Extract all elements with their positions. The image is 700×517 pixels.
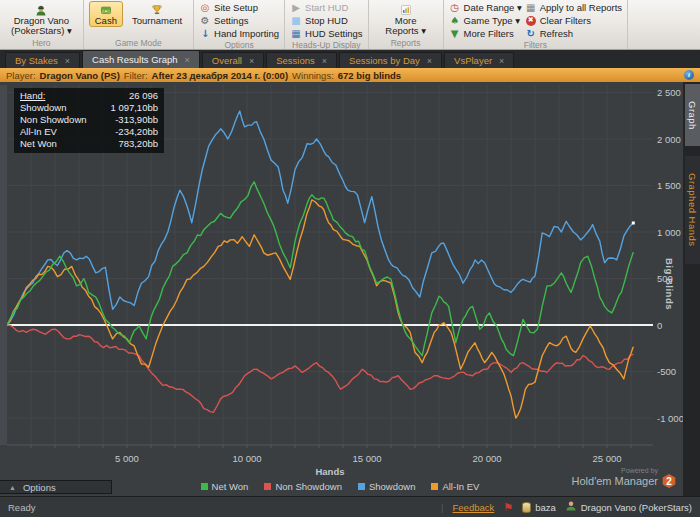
more-filters-button[interactable]: ▼More Filters xyxy=(449,27,522,40)
close-icon[interactable]: × xyxy=(499,56,504,66)
gear-icon: ⚙ xyxy=(199,15,211,27)
hero-site: (PokerStars) ▾ xyxy=(11,26,72,36)
y-axis-title: Big Blinds xyxy=(664,258,675,310)
graph-panel: 2 5002 0001 5001 0005000-500-1 0005 0001… xyxy=(0,82,700,496)
filter-label: Filter: xyxy=(124,70,148,81)
tab-label: Sessions by Day xyxy=(349,55,420,66)
x-tick-label: 5 000 xyxy=(110,453,144,464)
legend-swatch xyxy=(358,483,365,490)
x-tick-label: 25 000 xyxy=(590,453,624,464)
app-window: Dragon Vano(PokerStars) ▾HeroCashTournam… xyxy=(0,0,700,517)
ribbon-group-label: Options xyxy=(199,40,279,50)
settings-button[interactable]: ⚙Settings xyxy=(199,14,279,27)
legend-item-non-showdown[interactable]: Non Showdown xyxy=(264,481,342,492)
feedback-link[interactable]: Feedback xyxy=(453,502,495,513)
legend-label: Non Showdown xyxy=(275,481,342,492)
info-value: 1 097,10bb xyxy=(110,102,158,114)
clear-filters-icon: ✖ xyxy=(526,16,536,26)
ribbon-group-label: Reports xyxy=(374,38,438,49)
x-axis-title: Hands xyxy=(300,466,360,477)
close-icon[interactable]: × xyxy=(427,56,432,66)
divider: | xyxy=(441,502,443,513)
tab-vsplayer[interactable]: VsPlayer× xyxy=(444,52,514,68)
legend-item-net-won[interactable]: Net Won xyxy=(201,481,249,492)
stop-hud-button[interactable]: ■Stop HUD xyxy=(290,14,363,27)
ribbon-group-reports: More Reports ▾Reports xyxy=(369,0,444,49)
powered-by-text: Powered by xyxy=(572,467,676,474)
tab-label: VsPlayer xyxy=(454,55,492,66)
flag-icon[interactable]: ⚑ xyxy=(503,501,513,514)
tab-cash-results-graph[interactable]: Cash Results Graph× xyxy=(82,50,200,68)
series-net-won xyxy=(7,182,633,356)
tab-overall[interactable]: Overall× xyxy=(202,52,264,68)
more-reports-button[interactable]: More Reports ▾ xyxy=(374,1,438,38)
site-setup-button[interactable]: ◎Site Setup xyxy=(199,1,279,14)
hero-selector-button[interactable]: Dragon Vano(PokerStars) ▾ xyxy=(5,1,78,38)
close-icon[interactable]: × xyxy=(322,56,327,66)
player-name: Dragon Vano (PokerStars) xyxy=(581,502,692,513)
legend-item-showdown[interactable]: Showdown xyxy=(358,481,415,492)
hand-importing-button[interactable]: ↓Hand Importing xyxy=(199,27,279,40)
import-icon: ↓ xyxy=(199,28,211,40)
x-tick-label: 10 000 xyxy=(230,453,264,464)
hm2-logo: 2 xyxy=(662,474,676,488)
tab-sessions[interactable]: Sessions× xyxy=(266,52,337,68)
cursor-marker xyxy=(632,221,635,224)
filter-summary-bar: Player: Dragon Vano (PS) Filter: After 2… xyxy=(0,68,700,82)
ribbon-group-hero: Dragon Vano(PokerStars) ▾Hero xyxy=(0,0,84,49)
side-tab-graph[interactable]: Graph xyxy=(685,84,700,146)
options-toggle[interactable]: ▲ Options xyxy=(0,480,112,494)
legend-label: All-In EV xyxy=(442,481,479,492)
info-row: Showdown1 097,10bb xyxy=(20,102,158,114)
ribbon-group-label: Hero xyxy=(5,38,78,49)
hud-settings-button[interactable]: ▦HUD Settings xyxy=(290,27,363,40)
player-avatar-icon xyxy=(565,500,577,514)
info-icon[interactable]: i xyxy=(684,70,694,80)
clear-filters-button[interactable]: ✖Clear Filters xyxy=(525,14,622,27)
apply-to-all-reports-button[interactable]: ▦Apply to all Reports xyxy=(525,1,622,14)
report-tab-bar: By Stakes×Cash Results Graph×Overall×Ses… xyxy=(0,50,700,68)
refresh-icon: ↻ xyxy=(525,28,537,40)
tab-label: By Stakes xyxy=(15,55,58,66)
date-range-button[interactable]: ◷Date Range ▾ xyxy=(449,1,522,14)
collapse-arrow-icon: ▲ xyxy=(9,484,16,491)
tournament-button[interactable]: Tournament xyxy=(126,1,188,27)
tab-by-stakes[interactable]: By Stakes× xyxy=(5,52,80,68)
game-type-button[interactable]: ♠Game Type ▾ xyxy=(449,14,522,27)
plot-left-edge xyxy=(0,85,7,445)
player-label: Player: xyxy=(6,70,36,81)
apply-icon: ▦ xyxy=(525,2,537,14)
status-text: Ready xyxy=(8,502,35,513)
tab-label: Sessions xyxy=(276,55,315,66)
cash-button[interactable]: Cash xyxy=(89,1,123,27)
ribbon-group-options: ◎Site Setup⚙Settings↓Hand ImportingOptio… xyxy=(194,0,285,49)
ribbon-group-game-mode: CashTournamentGame Mode xyxy=(84,0,194,49)
close-icon[interactable]: × xyxy=(65,56,70,66)
info-label: Non Showdown xyxy=(20,114,87,126)
winnings-value: 672 big blinds xyxy=(338,70,401,81)
info-row: Net Won783,20bb xyxy=(20,138,158,150)
info-row: Hand:26 096 xyxy=(20,90,158,102)
legend-item-all-in-ev[interactable]: All-In EV xyxy=(431,481,479,492)
side-tab-graphed-hands[interactable]: Graphed Hands xyxy=(685,156,700,264)
ribbon-group-label: Game Mode xyxy=(89,38,188,49)
tab-sessions-by-day[interactable]: Sessions by Day× xyxy=(339,52,442,68)
info-label: Showdown xyxy=(20,102,66,114)
current-player[interactable]: Dragon Vano (PokerStars) xyxy=(565,500,692,514)
close-icon[interactable]: × xyxy=(249,56,254,66)
clock-icon: ◷ xyxy=(449,2,461,14)
tab-label: Cash Results Graph xyxy=(92,54,178,65)
series-non-showdown xyxy=(7,325,633,412)
legend-swatch xyxy=(431,483,438,490)
database-selector[interactable]: baza xyxy=(522,502,556,513)
tab-label: Overall xyxy=(212,55,242,66)
filter-value: After 23 декабря 2014 г. (0:00) xyxy=(152,70,289,81)
close-icon[interactable]: × xyxy=(185,55,190,65)
chart-legend: Net WonNon ShowdownShowdownAll-In EV xyxy=(100,481,580,492)
refresh-button[interactable]: ↻Refresh xyxy=(525,27,622,40)
ribbon-group-filters: ◷Date Range ▾♠Game Type ▾▼More Filters▦A… xyxy=(444,0,628,49)
info-value: 783,20bb xyxy=(118,138,158,150)
ribbon-group-heads-up-display: ▶Start HUD■Stop HUD▦HUD SettingsHeads-Up… xyxy=(285,0,369,49)
ribbon: Dragon Vano(PokerStars) ▾HeroCashTournam… xyxy=(0,0,700,50)
info-label: All-In EV xyxy=(20,126,57,138)
